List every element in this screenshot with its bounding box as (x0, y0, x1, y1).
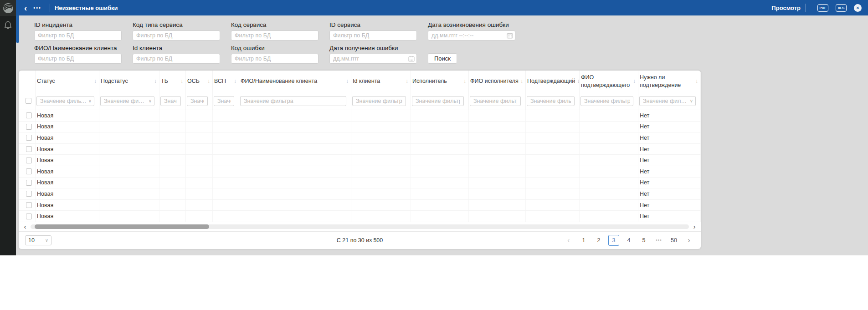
sort-arrow-icon[interactable]: ↓ (633, 78, 636, 85)
calendar-icon[interactable] (408, 56, 415, 64)
page-button-1[interactable]: 1 (578, 235, 589, 246)
page-button-5[interactable]: 5 (638, 235, 649, 246)
column-filter-input-осб[interactable] (187, 96, 208, 106)
row-checkbox[interactable] (26, 135, 32, 141)
filter-field-дата-возникновения-ошибки: Дата возникновения ошибки (428, 21, 515, 41)
sberbank-logo[interactable] (0, 0, 16, 16)
table-row[interactable]: НоваяНет (19, 144, 701, 155)
column-filter-input-id-клиента[interactable] (352, 96, 406, 106)
table-row[interactable]: НоваяНет (19, 166, 701, 178)
sort-arrow-icon[interactable]: ↓ (520, 78, 523, 85)
column-header-label: ВСП (214, 77, 228, 85)
calendar-icon[interactable] (507, 32, 513, 41)
page-button-2[interactable]: 2 (593, 235, 604, 246)
more-menu-button[interactable]: ••• (30, 5, 45, 10)
sort-arrow-icon[interactable]: ↓ (346, 78, 349, 85)
filter-input-дата-возникновения-ошибки[interactable] (428, 30, 515, 41)
page-button-4[interactable]: 4 (623, 235, 634, 246)
filter-input-код-сервиса[interactable] (231, 30, 318, 41)
sort-arrow-icon[interactable]: ↓ (94, 78, 97, 85)
cell-всп (213, 200, 239, 211)
row-checkbox[interactable] (26, 158, 32, 163)
sort-arrow-icon[interactable]: ↓ (234, 78, 236, 85)
page-button-3[interactable]: 3 (608, 235, 619, 246)
row-checkbox[interactable] (26, 191, 32, 197)
column-filter-input-исполнитель[interactable] (412, 96, 464, 106)
scroll-right-icon[interactable]: › (691, 223, 698, 230)
page-size-select[interactable]: 10 ∨ (25, 235, 51, 245)
horizontal-scrollbar-track[interactable] (31, 224, 689, 229)
page-button-50[interactable]: 50 (668, 235, 679, 246)
column-filter-input-подтверждающий[interactable] (527, 96, 575, 106)
column-filter-select-подстатус[interactable]: Значение фильтра∨ (100, 96, 154, 106)
column-filter-input-фио-наименование-клиента[interactable] (240, 96, 346, 106)
filter-input-id-инцидента[interactable] (34, 30, 122, 41)
column-filter-input-всп[interactable] (214, 96, 234, 106)
row-checkbox[interactable] (26, 213, 32, 219)
filter-field-label: Код сервиса (231, 21, 318, 28)
sort-arrow-icon[interactable]: ↓ (180, 78, 183, 85)
filter-input-id-сервиса[interactable] (329, 30, 417, 41)
filter-input-id-клиента[interactable] (133, 54, 220, 64)
table-row[interactable]: НоваяНет (19, 122, 701, 133)
row-checkbox[interactable] (26, 124, 32, 130)
cell-исполнитель (411, 211, 469, 222)
back-button[interactable]: ‹ (21, 4, 30, 12)
table-row[interactable]: НоваяНет (19, 178, 701, 189)
notifications-button[interactable] (0, 16, 16, 34)
sort-arrow-icon[interactable]: ↓ (695, 78, 698, 85)
export-pdf-icon[interactable]: PDF (817, 4, 828, 12)
filter-cell-исполнитель (411, 92, 469, 110)
column-filter-input-фио-исполнителя[interactable] (470, 96, 521, 106)
sort-arrow-icon[interactable]: ↓ (406, 78, 408, 85)
sort-arrow-icon[interactable]: ↓ (463, 78, 466, 85)
horizontal-scrollbar-thumb[interactable] (35, 224, 209, 229)
filter-field-код-сервиса: Код сервиса (231, 21, 318, 41)
chevron-down-icon: ∨ (45, 238, 48, 243)
export-xls-icon[interactable]: XLS (836, 4, 847, 12)
filter-input-фио-наименование-клиента[interactable] (34, 54, 122, 64)
prev-page-button[interactable]: ‹ (563, 235, 574, 246)
filter-cell-статус: Значение фильтра∨ (36, 92, 99, 110)
column-filter-select-нужно-ли-подтверждение[interactable]: Значение фильтра∨ (639, 96, 696, 106)
row-checkbox[interactable] (26, 180, 32, 186)
table-row[interactable]: НоваяНет (19, 110, 701, 122)
sort-arrow-icon[interactable]: ↓ (154, 78, 157, 85)
column-filter-input-тб[interactable] (160, 96, 181, 106)
cell-тб (159, 144, 186, 155)
filter-input-код-ошибки[interactable] (231, 54, 318, 64)
column-filter-select-статус[interactable]: Значение фильтра∨ (36, 96, 94, 106)
view-button[interactable]: Просмотр (771, 5, 801, 11)
table-row[interactable]: НоваяНет (19, 211, 701, 222)
close-icon[interactable]: ✕ (854, 4, 862, 12)
cell-подтверждающий (526, 155, 580, 166)
filter-input-код-типа-сервиса[interactable] (133, 30, 220, 41)
row-checkbox[interactable] (26, 146, 32, 152)
column-filter-input-фио-подтверждающего[interactable] (580, 96, 633, 106)
table-row[interactable]: НоваяНет (19, 132, 701, 144)
content-area: ID инцидентаКод типа сервисаКод сервисаI… (16, 15, 868, 255)
scroll-left-icon[interactable]: ‹ (21, 223, 29, 230)
filter-input-дата-получения-ошибки[interactable] (329, 54, 417, 64)
table-body: НоваяНетНоваяНетНоваяНетНоваяНетНоваяНет… (19, 110, 701, 222)
row-checkbox[interactable] (26, 202, 32, 208)
row-checkbox[interactable] (26, 112, 32, 118)
cell-фио-исполнителя (469, 155, 526, 166)
vertical-scrollbar-thumb[interactable] (16, 15, 19, 43)
row-checkbox-cell (19, 110, 36, 121)
cell-фио-подтверждающего (580, 211, 638, 222)
cell-фио-исполнителя (469, 211, 526, 222)
search-button[interactable]: Поиск (428, 53, 457, 64)
table-row[interactable]: НоваяНет (19, 200, 701, 211)
cell-id-клиента (351, 155, 411, 166)
cell-подстатус (99, 166, 159, 177)
table-row[interactable]: НоваяНет (19, 188, 701, 200)
table-row[interactable]: НоваяНет (19, 155, 701, 166)
cell-осб (186, 132, 213, 143)
cell-тб (159, 166, 186, 177)
row-checkbox[interactable] (26, 168, 32, 174)
sort-arrow-icon[interactable]: ↓ (207, 78, 210, 85)
select-all-checkbox[interactable] (26, 98, 31, 104)
next-page-button[interactable]: › (683, 235, 694, 246)
cell-исполнитель (411, 178, 469, 188)
